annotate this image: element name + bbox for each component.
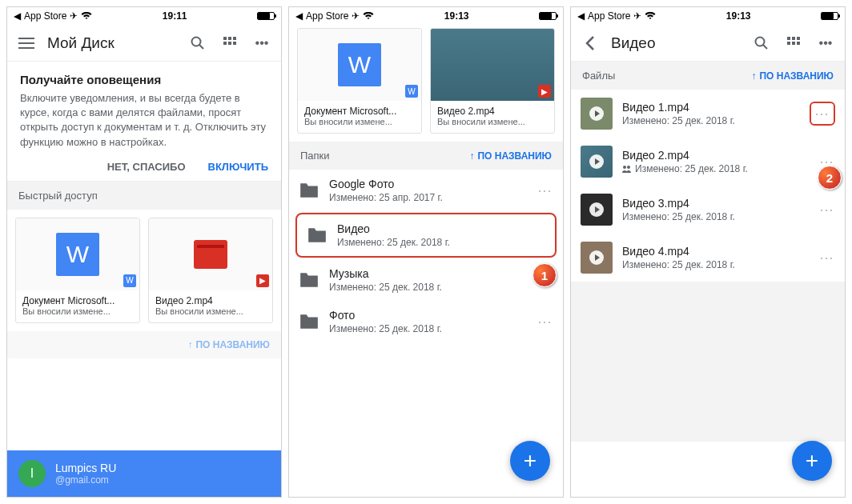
more-icon[interactable]: ••• bbox=[814, 32, 837, 54]
video-clip-icon bbox=[194, 240, 227, 269]
video-badge-icon: ▶ bbox=[538, 85, 551, 98]
back-appstore-label[interactable]: App Store bbox=[24, 10, 66, 22]
page-title: Мой Диск bbox=[47, 34, 177, 52]
menu-icon[interactable] bbox=[15, 32, 38, 54]
row-more-icon[interactable]: ⋯ bbox=[819, 201, 835, 218]
avatar: I bbox=[18, 460, 46, 487]
quick-access-header: Быстрый доступ bbox=[7, 182, 281, 210]
play-icon bbox=[589, 106, 604, 121]
wifi-icon bbox=[81, 12, 92, 20]
status-bar: ◀ App Store ✈ 19:13 bbox=[571, 7, 845, 25]
svg-rect-14 bbox=[792, 42, 795, 45]
battery-icon bbox=[539, 12, 557, 20]
svg-point-17 bbox=[627, 166, 630, 169]
account-switcher[interactable]: I Lumpics RU @gmail.com bbox=[7, 450, 281, 497]
quick-access-card[interactable]: ▶ Видео 2.mp4Вы вносили измене... bbox=[148, 218, 273, 323]
svg-rect-12 bbox=[797, 37, 800, 40]
folder-icon bbox=[307, 226, 328, 244]
svg-line-9 bbox=[763, 45, 767, 49]
add-button[interactable]: + bbox=[510, 441, 550, 481]
battery-icon bbox=[257, 12, 275, 20]
back-appstore-icon[interactable]: ◀ bbox=[295, 10, 303, 22]
status-bar: ◀ App Store ✈ 19:13 bbox=[289, 7, 563, 25]
svg-rect-13 bbox=[787, 42, 790, 45]
callout-marker-1: 1 bbox=[532, 263, 557, 287]
notification-title: Получайте оповещения bbox=[20, 73, 268, 86]
screen-video-folder: ◀ App Store ✈ 19:13 Видео ••• Файлы ↑ ПО… bbox=[570, 6, 846, 498]
status-bar: ◀ App Store ✈ 19:11 bbox=[7, 7, 281, 25]
folder-row-video[interactable]: ВидеоИзменено: 25 дек. 2018 г. bbox=[295, 213, 557, 258]
folder-row[interactable]: МузыкаИзменено: 25 дек. 2018 г. ⋯ bbox=[289, 259, 563, 301]
quick-access-card[interactable]: WW Документ Microsoft...Вы вносили измен… bbox=[15, 218, 140, 323]
svg-rect-5 bbox=[223, 42, 227, 45]
account-name: Lumpics RU bbox=[55, 462, 116, 474]
search-icon[interactable] bbox=[187, 32, 209, 54]
svg-rect-7 bbox=[233, 42, 236, 45]
status-time: 19:11 bbox=[92, 10, 257, 22]
folder-icon bbox=[299, 182, 320, 199]
svg-line-1 bbox=[199, 45, 203, 49]
app-bar: Видео ••• bbox=[571, 25, 845, 62]
airplane-icon: ✈ bbox=[70, 10, 78, 22]
screen-my-drive: ◀ App Store ✈ 19:11 Мой Диск ••• Получай… bbox=[6, 6, 282, 498]
svg-rect-2 bbox=[223, 37, 227, 40]
airplane-icon: ✈ bbox=[633, 10, 641, 22]
shared-icon bbox=[622, 164, 632, 174]
sort-button[interactable]: ↑ ПО НАЗВАНИЮ bbox=[469, 150, 552, 162]
file-row[interactable]: Видео 1.mp4Изменено: 25 дек. 2018 г. ⋯ bbox=[571, 90, 845, 138]
svg-point-8 bbox=[756, 37, 765, 46]
quick-access-card[interactable]: WW Документ Microsoft...Вы вносили измен… bbox=[297, 28, 422, 134]
more-icon[interactable]: ••• bbox=[251, 32, 273, 54]
play-icon bbox=[589, 250, 604, 265]
folder-row[interactable]: ФотоИзменено: 25 дек. 2018 г. ⋯ bbox=[289, 301, 563, 342]
account-email: @gmail.com bbox=[55, 474, 116, 486]
doc-badge-icon: W bbox=[123, 274, 136, 287]
back-appstore-icon[interactable]: ◀ bbox=[14, 10, 21, 22]
file-row[interactable]: Видео 2.mp4Изменено: 25 дек. 2018 г. ⋯ bbox=[571, 138, 845, 186]
svg-rect-4 bbox=[233, 37, 236, 40]
enable-button[interactable]: ВКЛЮЧИТЬ bbox=[208, 161, 268, 173]
sort-button[interactable]: ↑ ПО НАЗВАНИЮ bbox=[751, 70, 834, 82]
row-more-icon[interactable]: ⋯ bbox=[537, 182, 553, 199]
svg-rect-6 bbox=[228, 42, 231, 45]
battery-icon bbox=[821, 12, 838, 20]
file-row[interactable]: Видео 4.mp4Изменено: 25 дек. 2018 г. ⋯ bbox=[571, 234, 845, 282]
file-row[interactable]: Видео 3.mp4Изменено: 25 дек. 2018 г. ⋯ bbox=[571, 186, 845, 234]
play-icon bbox=[589, 154, 604, 169]
notification-body: Включите уведомления, и вы всегда будете… bbox=[20, 91, 268, 150]
deny-button[interactable]: НЕТ, СПАСИБО bbox=[107, 161, 186, 173]
quick-access-card[interactable]: ▶ Видео 2.mp4Вы вносили измене... bbox=[430, 28, 555, 134]
svg-rect-15 bbox=[797, 42, 800, 45]
svg-rect-10 bbox=[787, 37, 790, 40]
app-bar: Мой Диск ••• bbox=[7, 25, 281, 62]
row-more-icon[interactable]: ⋯ bbox=[537, 313, 553, 330]
wifi-icon bbox=[645, 12, 656, 20]
svg-point-0 bbox=[192, 37, 201, 46]
svg-point-16 bbox=[623, 166, 626, 169]
folder-row[interactable]: Google ФотоИзменено: 25 апр. 2017 г. ⋯ bbox=[289, 170, 563, 211]
back-icon[interactable] bbox=[579, 32, 601, 54]
folders-header: Папки bbox=[300, 150, 330, 162]
sort-button[interactable]: ↑ ПО НАЗВАНИЮ bbox=[187, 339, 270, 350]
view-grid-icon[interactable] bbox=[782, 32, 805, 54]
airplane-icon: ✈ bbox=[352, 10, 360, 22]
folder-icon bbox=[299, 313, 320, 330]
page-title: Видео bbox=[611, 34, 741, 52]
row-more-icon[interactable]: ⋯ bbox=[819, 249, 835, 266]
callout-marker-2: 2 bbox=[818, 166, 842, 190]
files-header: Файлы bbox=[582, 70, 615, 82]
add-button[interactable]: + bbox=[792, 441, 832, 481]
screen-folders: ◀ App Store ✈ 19:13 WW Документ Microsof… bbox=[288, 6, 564, 498]
word-doc-icon: W bbox=[338, 43, 381, 86]
search-icon[interactable] bbox=[750, 32, 773, 54]
back-appstore-icon[interactable]: ◀ bbox=[577, 10, 585, 22]
notification-card: Получайте оповещения Включите уведомлени… bbox=[7, 62, 281, 182]
video-thumbnail bbox=[581, 194, 613, 226]
svg-rect-3 bbox=[228, 37, 231, 40]
video-badge-icon: ▶ bbox=[256, 274, 269, 287]
word-doc-icon: W bbox=[56, 233, 99, 276]
video-thumbnail bbox=[431, 29, 554, 101]
view-grid-icon[interactable] bbox=[219, 32, 241, 54]
row-more-icon[interactable]: ⋯ bbox=[810, 102, 835, 126]
wifi-icon bbox=[363, 12, 374, 20]
